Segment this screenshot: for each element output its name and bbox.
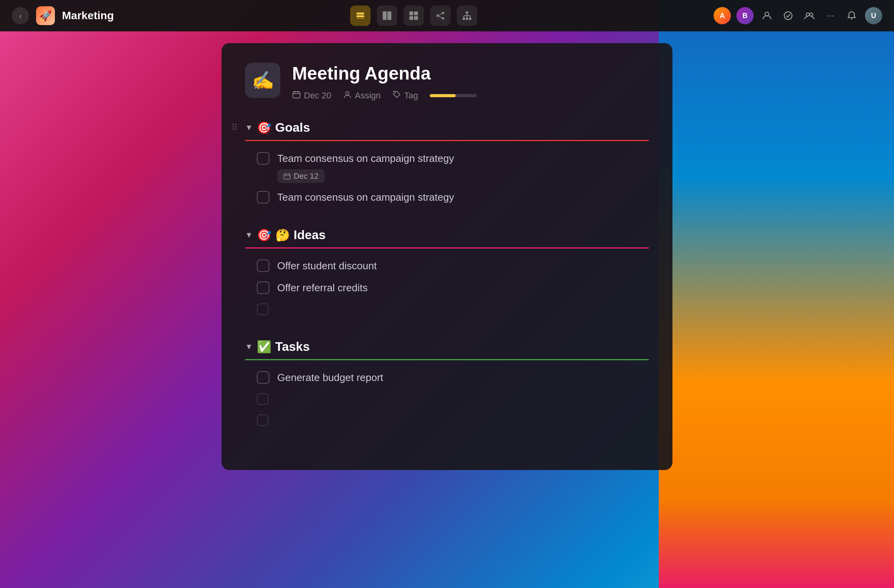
tag-icon (392, 90, 401, 101)
tasks-section-header: ▼ ✅ Tasks (245, 339, 649, 358)
titlebar: ‹ 🚀 Marketing (0, 0, 894, 31)
svg-rect-15 (463, 18, 465, 20)
columns-svg (382, 10, 392, 21)
ideas-checkbox-2[interactable] (257, 281, 269, 294)
progress-container (430, 94, 477, 97)
ideas-title: Ideas (294, 228, 326, 242)
toolbar-columns-icon[interactable] (377, 5, 397, 26)
ideas-section-header: ▼ 🎯 🤔 Ideas (245, 228, 649, 246)
goals-title: Goals (275, 120, 310, 135)
svg-rect-14 (466, 11, 468, 14)
date-picker[interactable]: Dec 20 (292, 90, 331, 101)
share-svg (435, 10, 446, 21)
main-content: ✍️ Meeting Agenda Dec (0, 31, 894, 588)
svg-rect-1 (356, 15, 364, 17)
person-assign-icon (343, 90, 352, 101)
toolbar-grid-icon[interactable] (403, 5, 424, 26)
tasks-empty-checkbox-1[interactable] (257, 393, 269, 405)
tasks-item-1: Generate budget report (257, 367, 649, 388)
goals-drag-handle[interactable]: ⠿ (231, 123, 238, 133)
ideas-section: ▼ 🎯 🤔 Ideas Offer student discount Offer… (245, 228, 649, 320)
checkmark-icon[interactable] (780, 8, 796, 24)
svg-point-11 (442, 17, 444, 20)
toolbar-stack-icon[interactable] (350, 5, 371, 26)
goals-section: ⠿ ▼ 🎯 Goals Team consensus on campaign s… (245, 120, 649, 208)
svg-rect-7 (409, 16, 413, 20)
svg-rect-5 (409, 11, 413, 15)
goals-item-1-date: Dec 12 (294, 172, 318, 181)
ideas-item-2: Offer referral credits (257, 277, 649, 299)
svg-rect-8 (414, 16, 418, 20)
ideas-underline (245, 247, 649, 249)
avatar-1[interactable]: A (714, 7, 731, 24)
svg-rect-6 (414, 11, 418, 15)
app-icon-emoji: 🚀 (39, 10, 52, 22)
app-icon: 🚀 (36, 6, 55, 25)
goals-underline (245, 140, 649, 141)
assign-label: Assign (355, 91, 381, 101)
ideas-emoji-2: 🤔 (275, 228, 290, 242)
document-icon-box: ✍️ (245, 63, 280, 98)
goals-checkbox-1[interactable] (257, 152, 269, 165)
goals-checkbox-2[interactable] (257, 191, 269, 203)
svg-point-10 (442, 12, 444, 14)
grid-svg (408, 10, 419, 21)
progress-bar (430, 94, 477, 97)
goals-item-2-text: Team consensus on campaign strategy (277, 191, 454, 203)
tasks-title: Tasks (275, 339, 310, 354)
goals-date-badge[interactable]: Dec 12 (277, 169, 325, 183)
tag-label: Tag (404, 91, 418, 101)
assign-button[interactable]: Assign (343, 90, 381, 101)
goals-item-2: Team consensus on campaign strategy (257, 186, 649, 208)
user-avatar[interactable]: U (865, 7, 882, 24)
tasks-empty-item-1 (257, 388, 649, 410)
svg-rect-33 (284, 174, 290, 179)
ideas-emoji-1: 🎯 (257, 228, 271, 242)
document-emoji: ✍️ (252, 70, 274, 91)
document-header: ✍️ Meeting Agenda Dec (245, 63, 649, 101)
svg-rect-3 (383, 11, 387, 20)
tasks-underline (245, 359, 649, 360)
svg-rect-0 (356, 13, 364, 15)
avatar-2[interactable]: B (736, 7, 754, 24)
date-label: Dec 20 (304, 91, 331, 101)
goals-collapse-btn[interactable]: ▼ (245, 123, 253, 132)
svg-rect-4 (387, 11, 391, 20)
tag-button[interactable]: Tag (392, 90, 418, 101)
tree-svg (462, 10, 472, 21)
progress-fill (430, 94, 456, 97)
svg-point-24 (784, 12, 792, 20)
tasks-checkbox-1[interactable] (257, 371, 269, 384)
goals-item-1: Team consensus on campaign strategy (257, 147, 649, 169)
tasks-section: ▼ ✅ Tasks Generate budget report (245, 339, 649, 431)
ideas-empty-checkbox[interactable] (257, 303, 269, 315)
document-meta: Meeting Agenda Dec 20 (292, 63, 649, 101)
tasks-empty-checkbox-2[interactable] (257, 414, 269, 426)
toolbar-tree-icon[interactable] (457, 5, 477, 26)
ideas-item-1-text: Offer student discount (277, 260, 377, 272)
stack-svg (355, 10, 366, 21)
tasks-collapse-btn[interactable]: ▼ (245, 342, 253, 351)
ideas-collapse-btn[interactable]: ▼ (245, 230, 253, 240)
tasks-emoji: ✅ (257, 340, 271, 354)
ideas-checkbox-1[interactable] (257, 260, 269, 272)
members-icon[interactable] (801, 8, 817, 24)
document-title: Meeting Agenda (292, 63, 649, 84)
back-icon: ‹ (19, 11, 22, 20)
ideas-empty-item (257, 299, 649, 320)
person-icon[interactable] (759, 8, 775, 24)
document-toolbar: Dec 20 Assign (292, 90, 649, 101)
svg-rect-27 (293, 92, 300, 98)
tasks-empty-item-2 (257, 410, 649, 431)
svg-rect-17 (469, 18, 471, 20)
bell-icon[interactable] (844, 8, 859, 24)
more-icon[interactable]: ··· (823, 8, 838, 24)
goals-item-1-text: Team consensus on campaign strategy (277, 152, 454, 165)
toolbar-share-icon[interactable] (430, 5, 451, 26)
goals-item-1-date-area: Dec 12 (257, 169, 649, 186)
back-button[interactable]: ‹ (12, 7, 29, 24)
svg-point-9 (436, 15, 439, 17)
ideas-item-1: Offer student discount (257, 255, 649, 277)
svg-line-13 (439, 16, 442, 18)
app-title: Marketing (62, 9, 114, 22)
